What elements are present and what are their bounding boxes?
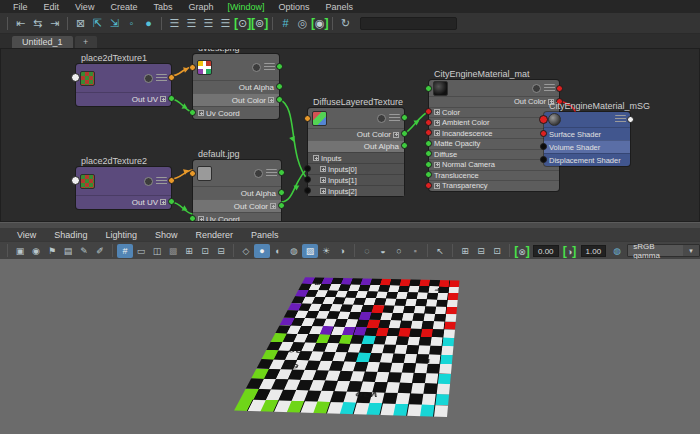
exposure-icon[interactable]: ⊗	[514, 244, 530, 258]
greasepencil-icon[interactable]: ✐	[92, 244, 108, 258]
attr-row-out-alpha[interactable]: Out Alpha	[193, 186, 281, 199]
expand-plug-icon[interactable]	[434, 162, 440, 168]
port-transparency[interactable]	[425, 182, 432, 189]
expand-plug-icon[interactable]	[160, 199, 166, 205]
node-options-icon[interactable]	[389, 114, 400, 123]
port-out-uv[interactable]	[168, 95, 175, 102]
port-out[interactable]	[168, 177, 175, 184]
flat-shade-icon[interactable]: ◐	[270, 244, 286, 258]
2d-pan-zoom-icon[interactable]: ✎	[76, 244, 92, 258]
panel-layout-icon-3[interactable]: ⊡	[489, 244, 505, 258]
attr-row-transparency[interactable]: Transparency	[429, 180, 559, 191]
node-state-icon[interactable]	[532, 84, 541, 93]
vp-menu-show[interactable]: Show	[146, 230, 187, 240]
safe-title-icon[interactable]: ⊟	[213, 244, 229, 258]
port-uv-coord[interactable]	[189, 215, 196, 222]
new-tab-button[interactable]: +	[75, 36, 97, 48]
node-default-jpg[interactable]: default.jpg Out Alpha Out Color Uv Coord	[193, 160, 281, 222]
port-out-color[interactable]	[278, 202, 285, 209]
node-header[interactable]	[193, 54, 279, 80]
expand-plug-icon[interactable]	[320, 188, 326, 194]
node-state-icon[interactable]	[254, 169, 263, 178]
zoom-selected-icon[interactable]: ⊙	[234, 15, 251, 31]
menu-create[interactable]: Create	[102, 2, 145, 12]
node-cityengine-material-msg[interactable]: CityEngineMaterial_mSG Surface Shader Vo…	[544, 112, 630, 166]
port-out-alpha[interactable]	[276, 83, 283, 90]
vp-menu-panels[interactable]: Panels	[242, 230, 288, 240]
node-header[interactable]	[76, 167, 171, 195]
expand-plug-icon[interactable]	[320, 177, 326, 183]
menu-edit[interactable]: Edit	[36, 2, 68, 12]
port-out-alpha[interactable]	[401, 142, 408, 149]
vp-menu-view[interactable]: View	[8, 230, 45, 240]
field-chart-icon[interactable]: ⊞	[181, 244, 197, 258]
collapse-icon[interactable]	[313, 155, 319, 161]
node-header[interactable]	[429, 80, 559, 96]
port-out-color[interactable]	[276, 96, 283, 103]
port-in[interactable]	[189, 64, 196, 71]
node-options-icon[interactable]	[264, 63, 275, 72]
contrast-icon[interactable]: ◑	[562, 244, 578, 258]
node-options-icon[interactable]	[156, 177, 167, 186]
layout-custom-icon[interactable]: ☰	[217, 15, 234, 31]
use-all-lights-icon[interactable]: ☀	[318, 244, 334, 258]
vp-menu-renderer[interactable]: Renderer	[186, 230, 242, 240]
menu-options[interactable]: Options	[270, 2, 317, 12]
3d-viewport[interactable]: m v E 3O 0E L5 V3O	[0, 259, 700, 434]
image-plane-icon[interactable]: ▤	[60, 244, 76, 258]
isolate-select-icon[interactable]: ↖	[432, 244, 448, 258]
gamma-field[interactable]: 1.00	[581, 245, 607, 257]
smooth-shade-icon[interactable]: ●	[254, 244, 270, 258]
expand-plug-icon[interactable]	[434, 120, 440, 126]
port-ambient-color[interactable]	[425, 119, 432, 126]
expand-plug-icon[interactable]	[160, 96, 166, 102]
expand-plug-icon[interactable]	[320, 166, 326, 172]
port-normal-camera[interactable]	[425, 161, 432, 168]
attr-row-inputs-1[interactable]: Inputs[1]	[308, 174, 404, 185]
gate-mask-icon[interactable]: ▩	[165, 244, 181, 258]
attr-row-translucence[interactable]: Translucence	[429, 170, 559, 181]
attr-row-out-color[interactable]: Out Color	[308, 128, 404, 140]
resolution-gate-icon[interactable]: ◫	[149, 244, 165, 258]
snap-to-grid-icon[interactable]: #	[277, 15, 294, 31]
vp-menu-shading[interactable]: Shading	[45, 230, 96, 240]
node-state-icon[interactable]	[144, 177, 153, 186]
menu-tabs[interactable]: Tabs	[145, 2, 180, 12]
port-out-color[interactable]	[401, 130, 408, 137]
graph-upstream-icon[interactable]: ◦	[123, 15, 140, 31]
add-to-graph-icon[interactable]: ⇱	[89, 15, 106, 31]
port-out[interactable]	[556, 85, 563, 92]
expand-plug-icon[interactable]	[434, 130, 440, 136]
attr-row-displacement-shader[interactable]: Displacement Shader	[544, 153, 630, 166]
port-out[interactable]	[401, 114, 408, 121]
node-place2dtexture1[interactable]: place2dTexture1 Out UV	[76, 64, 171, 106]
port-in[interactable]	[539, 115, 548, 124]
port-translucence[interactable]	[425, 171, 432, 178]
layout-simple-icon[interactable]: ☰	[166, 15, 183, 31]
clear-graph-icon[interactable]: ⊠	[72, 15, 89, 31]
bookmark-icon[interactable]: ⚑	[44, 244, 60, 258]
node-options-icon[interactable]	[544, 84, 555, 93]
port-color[interactable]	[425, 108, 432, 115]
color-management-icon[interactable]: ◍	[609, 244, 625, 258]
input-connections-icon[interactable]: ⇤	[12, 15, 29, 31]
node-header[interactable]	[544, 112, 630, 127]
port-uv-coord[interactable]	[189, 109, 196, 116]
port-out[interactable]	[168, 74, 175, 81]
attr-row-inputs-0[interactable]: Inputs[0]	[308, 163, 404, 174]
node-header[interactable]	[193, 160, 281, 186]
pin-icon[interactable]: ◎	[294, 15, 311, 31]
safe-action-icon[interactable]: ⊡	[197, 244, 213, 258]
attr-row-surface-shader[interactable]: Surface Shader	[544, 127, 630, 140]
attr-row-out-alpha[interactable]: Out Alpha	[308, 140, 404, 152]
refresh-icon[interactable]: ↻	[337, 15, 354, 31]
port-in[interactable]	[71, 73, 80, 82]
screenshot-icon[interactable]: ◉	[311, 15, 328, 31]
port-surface-shader[interactable]	[540, 130, 547, 137]
port-out-uv[interactable]	[168, 198, 175, 205]
menu-file[interactable]: File	[5, 2, 36, 12]
node-header[interactable]	[308, 108, 404, 128]
menu-view[interactable]: View	[67, 2, 102, 12]
anti-aliasing-icon[interactable]: ○	[391, 244, 407, 258]
remove-from-graph-icon[interactable]: ⇲	[106, 15, 123, 31]
